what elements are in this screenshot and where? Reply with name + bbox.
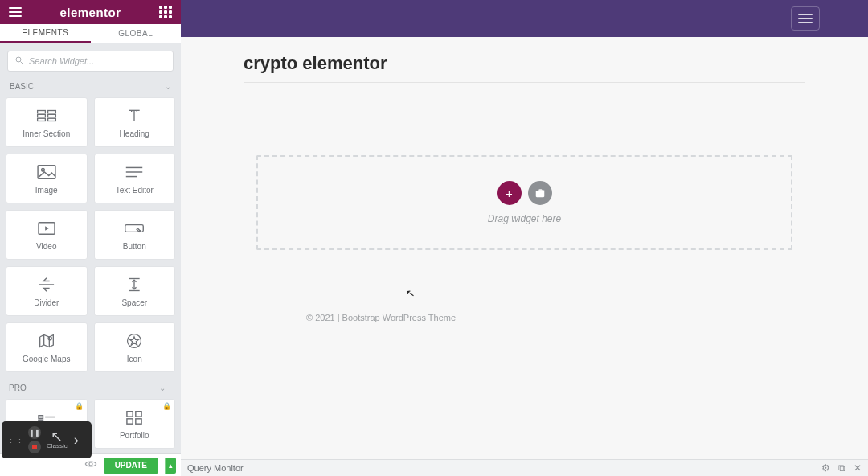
spacer-icon [124, 276, 145, 293]
svg-rect-30 [39, 416, 43, 419]
image-icon [36, 163, 57, 181]
widget-label: Heading [120, 129, 149, 138]
text-editor-icon [124, 163, 145, 181]
widget-label: Icon [127, 355, 142, 363]
widget-text-editor[interactable]: Text Editor [94, 154, 176, 203]
panel-tabs: ELEMENTS GLOBAL [0, 24, 181, 43]
widget-portfolio[interactable]: 🔒 Portfolio [94, 399, 176, 449]
svg-rect-39 [136, 418, 141, 423]
screen-recorder-overlay[interactable]: ⋮⋮ ❚❚ ↖ Classic › [2, 421, 92, 458]
svg-rect-6 [47, 114, 55, 117]
preview-area: crypto elementor + Drag widget here © 20… [181, 0, 868, 459]
widget-icon[interactable]: Icon [94, 322, 176, 372]
site-menu-toggle[interactable] [791, 6, 820, 31]
search-widget[interactable] [7, 51, 174, 72]
widget-inner-section[interactable]: Inner Section [6, 97, 88, 147]
svg-rect-5 [47, 110, 55, 113]
apps-icon[interactable] [158, 5, 173, 19]
add-template-button[interactable] [528, 181, 552, 205]
svg-rect-4 [37, 118, 45, 121]
pause-button[interactable]: ❚❚ [28, 426, 41, 439]
close-icon[interactable]: ✕ [854, 462, 862, 474]
search-icon [14, 55, 24, 67]
widget-label: Google Maps [23, 355, 70, 363]
preview-icon[interactable] [84, 459, 97, 471]
lock-icon: 🔒 [162, 402, 171, 410]
update-options-button[interactable]: ▴ [165, 458, 176, 474]
svg-point-27 [48, 336, 51, 339]
elementor-panel: elementor ELEMENTS GLOBAL BASIC ⌄ Inner … [0, 0, 181, 476]
tab-elements[interactable]: ELEMENTS [0, 24, 91, 43]
svg-rect-37 [136, 411, 141, 416]
recorder-mode[interactable]: ↖ Classic [43, 431, 71, 449]
recorder-next-button[interactable]: › [71, 432, 82, 449]
portfolio-icon [124, 408, 145, 426]
category-basic-label: BASIC [10, 82, 34, 91]
widget-image[interactable]: Image [6, 154, 88, 203]
widget-label: Image [35, 186, 58, 195]
drag-handle-icon[interactable]: ⋮⋮ [5, 435, 26, 445]
widget-label: Text Editor [116, 186, 154, 195]
svg-rect-2 [37, 110, 45, 113]
category-pro[interactable]: PRO ⌄ [6, 380, 175, 396]
add-section-button[interactable]: + [497, 181, 522, 205]
tab-global[interactable]: GLOBAL [91, 24, 182, 43]
category-basic[interactable]: BASIC ⌄ [0, 79, 181, 94]
elementor-logo: elementor [59, 6, 121, 19]
heading-icon [124, 107, 145, 125]
panel-header: elementor [0, 0, 181, 24]
site-footer-text: © 2021 | Bootstrap WordPress Theme [244, 313, 805, 322]
widget-divider[interactable]: Divider [6, 266, 88, 316]
cursor-mode-icon: ↖ [51, 431, 63, 442]
widget-label: Video [36, 242, 56, 251]
widget-video[interactable]: Video [6, 210, 88, 260]
recorder-mode-label: Classic [47, 442, 68, 449]
svg-marker-29 [130, 336, 139, 345]
svg-point-0 [16, 57, 21, 62]
google-maps-icon [36, 332, 57, 350]
svg-rect-3 [37, 114, 45, 117]
svg-marker-18 [45, 226, 49, 230]
restore-icon[interactable]: ⧉ [838, 462, 845, 474]
widget-label: Inner Section [23, 129, 70, 138]
widget-spacer[interactable]: Spacer [94, 266, 176, 316]
star-icon [124, 332, 145, 350]
status-label[interactable]: Query Monitor [187, 463, 244, 473]
divider-icon [36, 276, 57, 293]
widget-heading[interactable]: Heading [94, 97, 176, 147]
menu-icon[interactable] [8, 5, 23, 19]
widget-label: Portfolio [120, 431, 149, 440]
stop-button[interactable] [28, 441, 41, 453]
inner-section-icon [36, 107, 57, 125]
svg-rect-38 [127, 418, 133, 423]
widget-label: Button [123, 242, 146, 251]
widget-google-maps[interactable]: Google Maps [6, 322, 88, 372]
svg-rect-7 [47, 118, 55, 121]
widget-button[interactable]: Button [94, 210, 176, 260]
page-title: crypto elementor [244, 53, 805, 83]
widget-label: Spacer [121, 298, 147, 307]
svg-line-1 [21, 62, 23, 64]
widgets-list: Inner Section Heading Image [0, 94, 181, 453]
drop-zone-label: Drag widget here [488, 213, 561, 224]
update-button[interactable]: UPDATE [104, 458, 158, 474]
chevron-down-icon: ⌄ [159, 384, 166, 392]
settings-icon[interactable]: ⚙ [821, 462, 830, 474]
category-pro-label: PRO [9, 384, 27, 392]
site-header [181, 0, 868, 37]
widget-label: Divider [34, 298, 59, 307]
chevron-down-icon: ⌄ [165, 82, 171, 91]
video-icon [36, 220, 57, 237]
svg-point-40 [89, 462, 92, 466]
search-input[interactable] [29, 56, 166, 66]
status-bar: Query Monitor ⚙ ⧉ ✕ [181, 459, 868, 476]
drop-zone[interactable]: + Drag widget here [256, 155, 792, 250]
button-icon [124, 220, 145, 237]
svg-rect-12 [38, 165, 55, 178]
svg-point-13 [41, 168, 44, 171]
svg-rect-36 [127, 411, 133, 416]
lock-icon: 🔒 [75, 402, 84, 410]
